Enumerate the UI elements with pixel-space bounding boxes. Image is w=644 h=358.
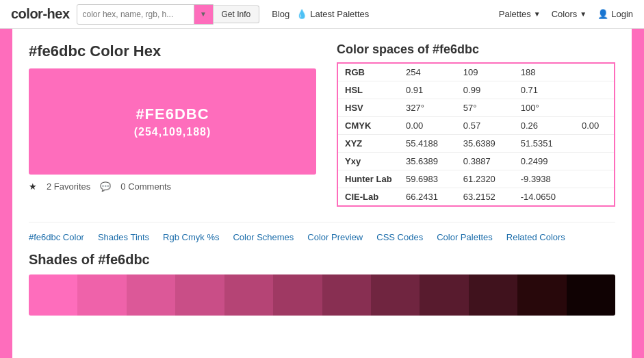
get-info-button[interactable]: Get Info	[214, 5, 260, 23]
shade-block[interactable]	[517, 274, 566, 316]
user-icon: 👤	[597, 9, 608, 19]
tab-rgb-cmyk[interactable]: Rgb Cmyk %s	[163, 232, 219, 242]
color-spaces-title: Color spaces of #fe6dbc	[337, 42, 615, 57]
shade-block[interactable]	[567, 274, 615, 316]
comments-icon: 💬	[100, 181, 111, 192]
shade-block[interactable]	[322, 274, 371, 316]
table-row: CIE-Lab66.243163.2152-14.0650	[337, 188, 615, 207]
shade-block[interactable]	[29, 274, 77, 316]
page-title: #fe6dbc Color Hex	[29, 42, 316, 60]
table-row: XYZ55.418835.638951.5351	[337, 135, 615, 153]
table-row: HSV327°57°100°	[337, 99, 615, 117]
left-accent-strip	[0, 29, 12, 358]
tab-css-codes[interactable]: CSS Codes	[376, 232, 423, 242]
table-row: RGB254109188	[337, 63, 615, 81]
top-section: #fe6dbc Color Hex #FE6DBC (254,109,188) …	[29, 42, 615, 207]
favorites-count[interactable]: 2 Favorites	[47, 181, 90, 192]
comments-count[interactable]: 0 Comments	[120, 181, 171, 192]
chevron-down-icon: ▼	[200, 10, 207, 18]
right-panel: Color spaces of #fe6dbc RGB254109188HSL0…	[337, 42, 615, 207]
login-button[interactable]: 👤 Login	[597, 9, 633, 19]
left-panel: #fe6dbc Color Hex #FE6DBC (254,109,188) …	[29, 42, 316, 192]
tab-color-preview[interactable]: Color Preview	[307, 232, 363, 242]
tab-color-palettes[interactable]: Color Palettes	[437, 232, 493, 242]
color-spaces-table: RGB254109188HSL0.910.990.71HSV327°57°100…	[337, 62, 615, 207]
search-input-wrapper: ▼	[77, 4, 214, 25]
colors-chevron-icon: ▼	[580, 10, 587, 18]
shade-block[interactable]	[469, 274, 517, 316]
table-row: HSL0.910.990.71	[337, 81, 615, 99]
logo[interactable]: color-hex	[11, 6, 70, 22]
color-spaces-tbody: RGB254109188HSL0.910.990.71HSV327°57°100…	[337, 63, 615, 206]
blog-link[interactable]: Blog	[272, 9, 289, 19]
shade-block[interactable]	[273, 274, 322, 316]
star-icon: ★	[29, 181, 37, 192]
tab-shades-tints[interactable]: Shades Tints	[98, 232, 149, 242]
table-row: Hunter Lab59.698361.2320-9.3938	[337, 170, 615, 188]
palettes-chevron-icon: ▼	[534, 10, 541, 18]
latest-palettes-link[interactable]: 💧 Latest Palettes	[296, 9, 369, 19]
tabs-nav: #fe6dbc ColorShades TintsRgb Cmyk %sColo…	[29, 232, 615, 242]
shade-block[interactable]	[127, 274, 175, 316]
shade-block[interactable]	[77, 274, 126, 316]
color-rgb-display: (254,109,188)	[134, 126, 211, 138]
shade-block[interactable]	[371, 274, 420, 316]
search-form: ▼ Get Info	[77, 4, 260, 25]
tab-related-colors[interactable]: Related Colors	[506, 232, 565, 242]
nav-right: Palettes ▼ Colors ▼ 👤 Login	[499, 9, 633, 19]
palettes-dropdown[interactable]: Palettes ▼	[499, 9, 541, 19]
droplet-icon: 💧	[296, 9, 307, 19]
search-input[interactable]	[77, 6, 194, 23]
shades-title: Shades of #fe6dbc	[29, 252, 615, 268]
shade-block[interactable]	[420, 274, 468, 316]
shade-block[interactable]	[175, 274, 224, 316]
tab-fe6dbc-color[interactable]: #fe6dbc Color	[29, 232, 84, 242]
favorites-bar: ★ 2 Favorites 💬 0 Comments	[29, 181, 316, 192]
shades-section: Shades of #fe6dbc	[29, 252, 615, 316]
color-display-box: #FE6DBC (254,109,188)	[29, 68, 316, 175]
tabs-section: #fe6dbc ColorShades TintsRgb Cmyk %sColo…	[29, 222, 615, 242]
main-content: #fe6dbc Color Hex #FE6DBC (254,109,188) …	[12, 29, 632, 358]
color-hex-display: #FE6DBC	[136, 105, 209, 123]
right-accent-strip	[632, 29, 644, 358]
colors-dropdown[interactable]: Colors ▼	[552, 9, 587, 19]
shades-bar	[29, 274, 615, 316]
table-row: Yxy35.63890.38870.2499	[337, 153, 615, 170]
header: color-hex ▼ Get Info Blog 💧 Latest Palet…	[0, 0, 644, 29]
tab-color-schemes[interactable]: Color Schemes	[233, 232, 294, 242]
shade-block[interactable]	[224, 274, 273, 316]
color-swatch-preview[interactable]: ▼	[194, 5, 213, 24]
table-row: CMYK0.000.570.260.00	[337, 117, 615, 135]
